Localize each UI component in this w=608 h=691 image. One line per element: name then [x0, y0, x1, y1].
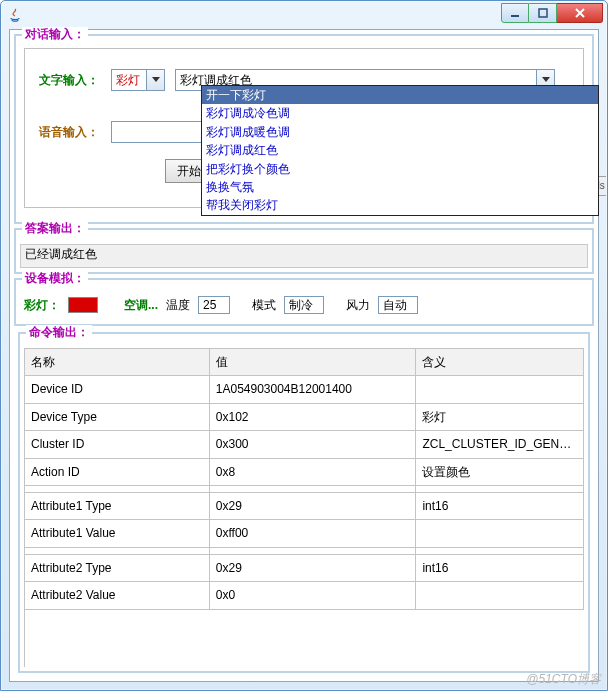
ac-label: 空调... [124, 298, 158, 312]
cmd-output-group: 命令输出： 名称值含义 Device ID1A054903004B1200140… [18, 332, 590, 673]
table-cell: 设置颜色 [416, 458, 584, 485]
table-row[interactable]: Attribute2 Value0x0 [25, 582, 584, 609]
table-cell [25, 547, 209, 554]
dropdown-item[interactable]: 把彩灯换个颜色 [202, 160, 598, 178]
dropdown-item[interactable]: 帮我关闭彩灯 [202, 196, 598, 214]
command-dropdown-popup[interactable]: 开一下彩灯彩灯调成冷色调彩灯调成暖色调彩灯调成红色把彩灯换个颜色换换气氛帮我关闭… [201, 85, 599, 216]
title-bar[interactable] [1, 1, 607, 29]
dropdown-item[interactable]: 彩灯调成红色 [202, 141, 598, 159]
table-row[interactable]: Cluster ID0x300ZCL_CLUSTER_ID_GEN_ON_OFF [25, 431, 584, 458]
dialog-input-group: 对话输入： 文字输入： 彩灯 彩灯调成红色 [14, 34, 594, 224]
table-row[interactable] [25, 547, 584, 554]
table-row[interactable]: Device Type0x102彩灯 [25, 403, 584, 430]
device-sim-row: 彩灯： 空调... 温度 模式 风力 [24, 296, 418, 314]
table-cell: 0x29 [209, 554, 416, 581]
dropdown-item[interactable]: 开一下彩灯 [202, 86, 598, 104]
table-cell [25, 485, 209, 492]
table-row[interactable]: Attribute1 Type0x29int16 [25, 492, 584, 519]
dialog-input-legend: 对话输入： [22, 27, 88, 41]
client-area: 对话输入： 文字输入： 彩灯 彩灯调成红色 [9, 29, 599, 682]
table-header[interactable]: 名称 [25, 349, 209, 376]
table-cell [416, 582, 584, 609]
table-row[interactable]: Action ID0x8设置颜色 [25, 458, 584, 485]
answer-output-group: 答案输出： 已经调成红色 [14, 228, 594, 274]
dialog-input-panel: 文字输入： 彩灯 彩灯调成红色 语音输入： [24, 48, 584, 208]
table-cell: Attribute1 Type [25, 492, 209, 519]
table-cell [416, 547, 584, 554]
window-buttons [501, 3, 603, 23]
mode-label: 模式 [252, 298, 276, 312]
table-cell [416, 376, 584, 403]
table-row[interactable] [25, 485, 584, 492]
wind-input[interactable] [378, 296, 418, 314]
table-cell [209, 547, 416, 554]
app-window: 对话输入： 文字输入： 彩灯 彩灯调成红色 [0, 0, 608, 691]
table-cell: Device ID [25, 376, 209, 403]
table-cell: Device Type [25, 403, 209, 430]
dropdown-item[interactable]: 彩灯调成暖色调 [202, 123, 598, 141]
table-cell: 0x102 [209, 403, 416, 430]
device-sim-legend: 设备模拟： [22, 271, 88, 285]
java-icon [7, 7, 23, 23]
device-sim-group: 设备模拟： 彩灯： 空调... 温度 模式 风力 [14, 278, 594, 326]
temp-input[interactable] [198, 296, 230, 314]
table-cell: Attribute2 Type [25, 554, 209, 581]
cmd-output-legend: 命令输出： [26, 325, 92, 339]
table-cell: 0x8 [209, 458, 416, 485]
table-cell: int16 [416, 554, 584, 581]
table-header[interactable]: 值 [209, 349, 416, 376]
minimize-button[interactable] [501, 3, 529, 23]
table-cell: 1A054903004B12001400 [209, 376, 416, 403]
lamp-color-swatch [68, 297, 98, 313]
device-combo[interactable]: 彩灯 [111, 69, 165, 91]
answer-output-legend: 答案输出： [22, 221, 88, 235]
table-row[interactable]: Attribute1 Value0xff00 [25, 520, 584, 547]
table-cell: int16 [416, 492, 584, 519]
table-row[interactable]: Device ID1A054903004B12001400 [25, 376, 584, 403]
mode-input[interactable] [284, 296, 324, 314]
temp-label: 温度 [166, 298, 190, 312]
answer-output-text: 已经调成红色 [20, 244, 588, 268]
table-cell: 0xff00 [209, 520, 416, 547]
table-cell: 0x0 [209, 582, 416, 609]
table-row[interactable]: Attribute2 Type0x29int16 [25, 554, 584, 581]
table-cell: ZCL_CLUSTER_ID_GEN_ON_OFF [416, 431, 584, 458]
table-header[interactable]: 含义 [416, 349, 584, 376]
table-cell: Attribute1 Value [25, 520, 209, 547]
table-cell: 彩灯 [416, 403, 584, 430]
maximize-button[interactable] [529, 3, 557, 23]
table-cell [209, 485, 416, 492]
svg-rect-1 [539, 9, 547, 17]
device-combo-value: 彩灯 [112, 73, 146, 87]
dropdown-item[interactable]: 换换气氛 [202, 178, 598, 196]
table-cell: 0x29 [209, 492, 416, 519]
wind-label: 风力 [346, 298, 370, 312]
chevron-down-icon[interactable] [146, 70, 164, 90]
dropdown-item[interactable]: 彩灯调成冷色调 [202, 104, 598, 122]
cmd-table: 名称值含义 Device ID1A054903004B12001400Devic… [24, 348, 584, 667]
close-button[interactable] [557, 3, 603, 23]
table-cell: Attribute2 Value [25, 582, 209, 609]
table-cell [416, 520, 584, 547]
table-cell: Cluster ID [25, 431, 209, 458]
table-cell [416, 485, 584, 492]
voice-input-label: 语音输入： [39, 125, 111, 139]
table-cell: 0x300 [209, 431, 416, 458]
svg-rect-0 [511, 15, 519, 17]
table-cell: Action ID [25, 458, 209, 485]
lamp-label: 彩灯： [24, 298, 60, 312]
text-input-label: 文字输入： [39, 73, 111, 87]
